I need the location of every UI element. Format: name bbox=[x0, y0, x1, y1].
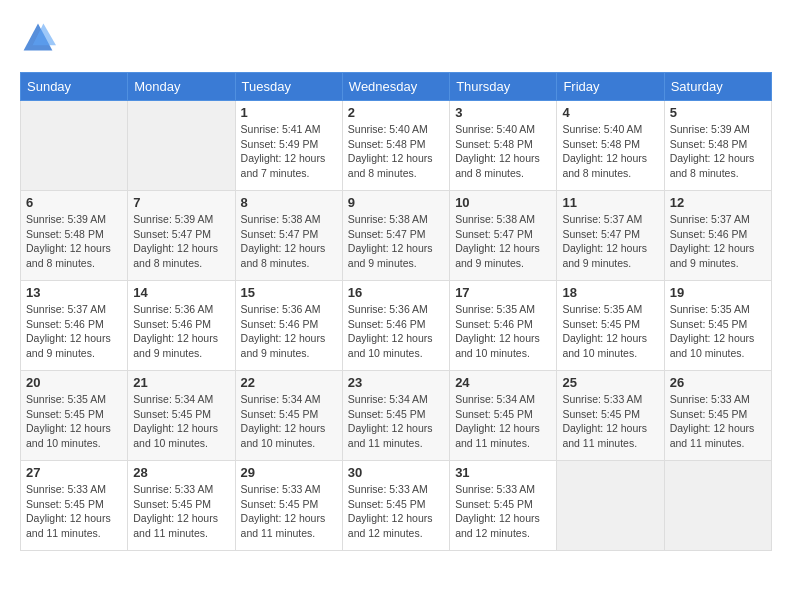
calendar-cell: 14Sunrise: 5:36 AMSunset: 5:46 PMDayligh… bbox=[128, 281, 235, 371]
day-number: 23 bbox=[348, 375, 444, 390]
calendar-cell: 10Sunrise: 5:38 AMSunset: 5:47 PMDayligh… bbox=[450, 191, 557, 281]
day-info: Sunrise: 5:35 AMSunset: 5:46 PMDaylight:… bbox=[455, 302, 551, 361]
page-header bbox=[20, 20, 772, 56]
day-info: Sunrise: 5:34 AMSunset: 5:45 PMDaylight:… bbox=[133, 392, 229, 451]
day-info: Sunrise: 5:33 AMSunset: 5:45 PMDaylight:… bbox=[670, 392, 766, 451]
calendar-cell: 13Sunrise: 5:37 AMSunset: 5:46 PMDayligh… bbox=[21, 281, 128, 371]
calendar-week-3: 13Sunrise: 5:37 AMSunset: 5:46 PMDayligh… bbox=[21, 281, 772, 371]
day-info: Sunrise: 5:38 AMSunset: 5:47 PMDaylight:… bbox=[241, 212, 337, 271]
day-number: 4 bbox=[562, 105, 658, 120]
calendar-cell bbox=[664, 461, 771, 551]
day-number: 8 bbox=[241, 195, 337, 210]
day-info: Sunrise: 5:39 AMSunset: 5:48 PMDaylight:… bbox=[670, 122, 766, 181]
calendar-week-1: 1Sunrise: 5:41 AMSunset: 5:49 PMDaylight… bbox=[21, 101, 772, 191]
day-info: Sunrise: 5:40 AMSunset: 5:48 PMDaylight:… bbox=[348, 122, 444, 181]
day-info: Sunrise: 5:33 AMSunset: 5:45 PMDaylight:… bbox=[241, 482, 337, 541]
day-number: 15 bbox=[241, 285, 337, 300]
calendar-cell bbox=[557, 461, 664, 551]
day-info: Sunrise: 5:33 AMSunset: 5:45 PMDaylight:… bbox=[562, 392, 658, 451]
day-info: Sunrise: 5:35 AMSunset: 5:45 PMDaylight:… bbox=[562, 302, 658, 361]
day-header-tuesday: Tuesday bbox=[235, 73, 342, 101]
day-number: 17 bbox=[455, 285, 551, 300]
day-info: Sunrise: 5:33 AMSunset: 5:45 PMDaylight:… bbox=[455, 482, 551, 541]
calendar-cell: 11Sunrise: 5:37 AMSunset: 5:47 PMDayligh… bbox=[557, 191, 664, 281]
day-number: 14 bbox=[133, 285, 229, 300]
day-number: 28 bbox=[133, 465, 229, 480]
day-info: Sunrise: 5:37 AMSunset: 5:46 PMDaylight:… bbox=[26, 302, 122, 361]
calendar-cell: 29Sunrise: 5:33 AMSunset: 5:45 PMDayligh… bbox=[235, 461, 342, 551]
day-number: 19 bbox=[670, 285, 766, 300]
day-info: Sunrise: 5:34 AMSunset: 5:45 PMDaylight:… bbox=[455, 392, 551, 451]
day-header-monday: Monday bbox=[128, 73, 235, 101]
day-info: Sunrise: 5:35 AMSunset: 5:45 PMDaylight:… bbox=[26, 392, 122, 451]
day-info: Sunrise: 5:33 AMSunset: 5:45 PMDaylight:… bbox=[348, 482, 444, 541]
calendar-week-2: 6Sunrise: 5:39 AMSunset: 5:48 PMDaylight… bbox=[21, 191, 772, 281]
day-info: Sunrise: 5:35 AMSunset: 5:45 PMDaylight:… bbox=[670, 302, 766, 361]
day-info: Sunrise: 5:40 AMSunset: 5:48 PMDaylight:… bbox=[562, 122, 658, 181]
day-info: Sunrise: 5:36 AMSunset: 5:46 PMDaylight:… bbox=[348, 302, 444, 361]
calendar-cell: 28Sunrise: 5:33 AMSunset: 5:45 PMDayligh… bbox=[128, 461, 235, 551]
day-info: Sunrise: 5:33 AMSunset: 5:45 PMDaylight:… bbox=[133, 482, 229, 541]
day-number: 9 bbox=[348, 195, 444, 210]
calendar-cell: 19Sunrise: 5:35 AMSunset: 5:45 PMDayligh… bbox=[664, 281, 771, 371]
day-info: Sunrise: 5:36 AMSunset: 5:46 PMDaylight:… bbox=[241, 302, 337, 361]
day-number: 11 bbox=[562, 195, 658, 210]
day-info: Sunrise: 5:41 AMSunset: 5:49 PMDaylight:… bbox=[241, 122, 337, 181]
calendar-cell: 5Sunrise: 5:39 AMSunset: 5:48 PMDaylight… bbox=[664, 101, 771, 191]
calendar-cell: 12Sunrise: 5:37 AMSunset: 5:46 PMDayligh… bbox=[664, 191, 771, 281]
day-info: Sunrise: 5:39 AMSunset: 5:48 PMDaylight:… bbox=[26, 212, 122, 271]
calendar-cell: 18Sunrise: 5:35 AMSunset: 5:45 PMDayligh… bbox=[557, 281, 664, 371]
day-header-sunday: Sunday bbox=[21, 73, 128, 101]
day-info: Sunrise: 5:34 AMSunset: 5:45 PMDaylight:… bbox=[241, 392, 337, 451]
day-number: 3 bbox=[455, 105, 551, 120]
logo bbox=[20, 20, 60, 56]
calendar-cell: 15Sunrise: 5:36 AMSunset: 5:46 PMDayligh… bbox=[235, 281, 342, 371]
day-info: Sunrise: 5:37 AMSunset: 5:47 PMDaylight:… bbox=[562, 212, 658, 271]
calendar-cell: 9Sunrise: 5:38 AMSunset: 5:47 PMDaylight… bbox=[342, 191, 449, 281]
day-info: Sunrise: 5:33 AMSunset: 5:45 PMDaylight:… bbox=[26, 482, 122, 541]
day-number: 31 bbox=[455, 465, 551, 480]
calendar-cell: 25Sunrise: 5:33 AMSunset: 5:45 PMDayligh… bbox=[557, 371, 664, 461]
calendar-cell: 17Sunrise: 5:35 AMSunset: 5:46 PMDayligh… bbox=[450, 281, 557, 371]
day-info: Sunrise: 5:38 AMSunset: 5:47 PMDaylight:… bbox=[348, 212, 444, 271]
day-number: 1 bbox=[241, 105, 337, 120]
day-info: Sunrise: 5:40 AMSunset: 5:48 PMDaylight:… bbox=[455, 122, 551, 181]
day-number: 7 bbox=[133, 195, 229, 210]
logo-icon bbox=[20, 20, 56, 56]
calendar-cell: 3Sunrise: 5:40 AMSunset: 5:48 PMDaylight… bbox=[450, 101, 557, 191]
day-number: 21 bbox=[133, 375, 229, 390]
day-number: 22 bbox=[241, 375, 337, 390]
calendar-cell: 1Sunrise: 5:41 AMSunset: 5:49 PMDaylight… bbox=[235, 101, 342, 191]
day-number: 16 bbox=[348, 285, 444, 300]
calendar-cell: 6Sunrise: 5:39 AMSunset: 5:48 PMDaylight… bbox=[21, 191, 128, 281]
day-header-saturday: Saturday bbox=[664, 73, 771, 101]
calendar-cell: 16Sunrise: 5:36 AMSunset: 5:46 PMDayligh… bbox=[342, 281, 449, 371]
day-number: 10 bbox=[455, 195, 551, 210]
day-info: Sunrise: 5:37 AMSunset: 5:46 PMDaylight:… bbox=[670, 212, 766, 271]
calendar-cell: 30Sunrise: 5:33 AMSunset: 5:45 PMDayligh… bbox=[342, 461, 449, 551]
day-number: 25 bbox=[562, 375, 658, 390]
day-number: 29 bbox=[241, 465, 337, 480]
day-info: Sunrise: 5:36 AMSunset: 5:46 PMDaylight:… bbox=[133, 302, 229, 361]
calendar-cell: 22Sunrise: 5:34 AMSunset: 5:45 PMDayligh… bbox=[235, 371, 342, 461]
day-number: 5 bbox=[670, 105, 766, 120]
day-header-friday: Friday bbox=[557, 73, 664, 101]
calendar-cell: 21Sunrise: 5:34 AMSunset: 5:45 PMDayligh… bbox=[128, 371, 235, 461]
day-number: 24 bbox=[455, 375, 551, 390]
day-number: 20 bbox=[26, 375, 122, 390]
calendar-header-row: SundayMondayTuesdayWednesdayThursdayFrid… bbox=[21, 73, 772, 101]
day-header-wednesday: Wednesday bbox=[342, 73, 449, 101]
calendar-cell bbox=[128, 101, 235, 191]
calendar-cell: 4Sunrise: 5:40 AMSunset: 5:48 PMDaylight… bbox=[557, 101, 664, 191]
day-number: 27 bbox=[26, 465, 122, 480]
calendar-cell: 23Sunrise: 5:34 AMSunset: 5:45 PMDayligh… bbox=[342, 371, 449, 461]
day-header-thursday: Thursday bbox=[450, 73, 557, 101]
calendar-week-4: 20Sunrise: 5:35 AMSunset: 5:45 PMDayligh… bbox=[21, 371, 772, 461]
day-number: 26 bbox=[670, 375, 766, 390]
day-info: Sunrise: 5:39 AMSunset: 5:47 PMDaylight:… bbox=[133, 212, 229, 271]
calendar-cell: 8Sunrise: 5:38 AMSunset: 5:47 PMDaylight… bbox=[235, 191, 342, 281]
calendar-cell: 27Sunrise: 5:33 AMSunset: 5:45 PMDayligh… bbox=[21, 461, 128, 551]
calendar-table: SundayMondayTuesdayWednesdayThursdayFrid… bbox=[20, 72, 772, 551]
calendar-cell: 31Sunrise: 5:33 AMSunset: 5:45 PMDayligh… bbox=[450, 461, 557, 551]
calendar-cell: 20Sunrise: 5:35 AMSunset: 5:45 PMDayligh… bbox=[21, 371, 128, 461]
